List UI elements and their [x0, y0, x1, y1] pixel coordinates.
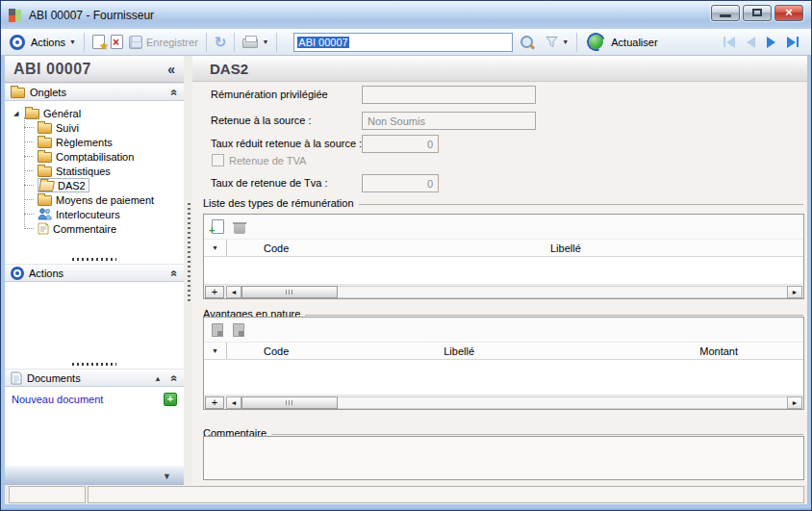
- nav-first-button[interactable]: [723, 36, 736, 49]
- grid-delete-row-button[interactable]: [234, 220, 245, 234]
- window-controls: ×: [711, 1, 803, 21]
- sidebar-item-general[interactable]: ◢ Général: [5, 106, 184, 120]
- minimize-button[interactable]: [711, 5, 740, 21]
- column-header-libelle[interactable]: Libellé: [436, 343, 699, 359]
- section-actions[interactable]: Actions «: [5, 264, 184, 282]
- column-header-montant[interactable]: Montant: [699, 343, 803, 359]
- sidebar-item-moyens-de-paiement[interactable]: Moyens de paiement: [5, 192, 184, 207]
- scrollbar-thumb[interactable]: [241, 286, 338, 298]
- collapse-up-icon[interactable]: «: [169, 374, 181, 381]
- add-row-icon: +: [212, 219, 224, 234]
- sidebar-splitter[interactable]: [184, 56, 192, 487]
- grid-add-row-button[interactable]: +: [212, 219, 224, 234]
- splitter-grip[interactable]: [5, 359, 184, 369]
- scrollbar-track[interactable]: [338, 396, 787, 409]
- remuneration-grid-toolbar: +: [204, 215, 803, 240]
- new-record-icon: ★: [92, 35, 105, 49]
- folder-icon: [38, 195, 52, 206]
- new-document-link[interactable]: Nouveau document: [12, 394, 103, 405]
- taux-reduit-field[interactable]: [362, 135, 439, 153]
- restore-button[interactable]: [743, 5, 772, 21]
- page-title: DAS2: [210, 61, 248, 77]
- folder-icon: [25, 109, 39, 119]
- column-header-code[interactable]: Code: [227, 343, 436, 359]
- search-button[interactable]: [513, 33, 543, 52]
- main-toolbar: Actions ▼ ★ × Enregistrer ↻ ▼ ABI 00007: [1, 29, 811, 56]
- section-documents-label: Documents: [27, 372, 81, 384]
- save-button[interactable]: Enregistrer: [126, 34, 201, 51]
- add-document-button[interactable]: +: [164, 393, 177, 406]
- grid-add-row-button[interactable]: [212, 323, 223, 337]
- sidebar-item-comptabilisation[interactable]: Comptabilisation: [5, 149, 184, 164]
- actions-menu-button[interactable]: Actions ▼: [28, 35, 79, 50]
- print-button[interactable]: ▼: [240, 34, 271, 50]
- column-header-libelle[interactable]: Libellé: [545, 240, 803, 256]
- actions-panel: [5, 282, 184, 359]
- scroll-right-button[interactable]: ►: [787, 396, 802, 409]
- sidebar-item-reglements[interactable]: Règlements: [5, 135, 184, 149]
- titlebar[interactable]: ABI 00007 - Fournisseur ×: [1, 1, 811, 29]
- retenue-tva-checkbox[interactable]: [212, 154, 224, 166]
- splitter-grip[interactable]: [5, 254, 184, 264]
- collapse-arrow-icon[interactable]: ▴: [156, 373, 161, 383]
- taux-tva-field[interactable]: [362, 174, 439, 192]
- sidebar-item-commentaire[interactable]: Commentaire: [5, 221, 184, 236]
- expand-node-icon[interactable]: ◢: [13, 110, 21, 116]
- row-selector-icon[interactable]: ▼: [204, 240, 227, 256]
- retenue-source-field[interactable]: [362, 112, 536, 130]
- page-header: DAS2: [192, 56, 807, 82]
- sidebar-collapse-icon[interactable]: «: [167, 62, 175, 77]
- sidebar-bottom-bar: ▼: [5, 466, 184, 487]
- folder-icon: [11, 88, 25, 98]
- new-record-button[interactable]: ★: [89, 33, 108, 51]
- scrollbar-thumb[interactable]: [241, 396, 338, 409]
- scroll-left-button[interactable]: ◄: [226, 286, 241, 298]
- grid-new-row-button[interactable]: +: [205, 396, 224, 409]
- trash-icon: [234, 222, 245, 234]
- toolbar-separator: [84, 33, 85, 52]
- record-icon: [10, 35, 25, 50]
- section-documents[interactable]: Documents ▴ «: [5, 369, 184, 387]
- reload-button[interactable]: ↻: [212, 33, 230, 51]
- row-selector-icon[interactable]: ▼: [204, 343, 227, 359]
- remuneration-grid-body[interactable]: [204, 257, 803, 284]
- sidebar-item-das2[interactable]: DAS2: [5, 178, 184, 192]
- filter-button[interactable]: ▼: [543, 34, 571, 50]
- sidebar-item-interlocuteurs[interactable]: Interlocuteurs: [5, 207, 184, 221]
- scroll-right-button[interactable]: ►: [787, 286, 802, 298]
- sidebar-item-suivi[interactable]: Suivi: [5, 120, 184, 135]
- search-input[interactable]: ABI 00007: [293, 33, 513, 52]
- document-icon: [11, 371, 22, 385]
- previous-record-icon: [747, 37, 755, 48]
- grid-new-row-button[interactable]: +: [205, 286, 224, 298]
- delete-record-button[interactable]: ×: [108, 33, 126, 51]
- toolbar-separator: [576, 33, 577, 52]
- collapse-up-icon[interactable]: «: [169, 269, 181, 276]
- add-row-disabled-icon: [212, 323, 223, 337]
- avantages-grid-body[interactable]: [204, 360, 803, 395]
- search-icon: [520, 35, 536, 50]
- sidebar-item-statistiques[interactable]: Statistiques: [5, 164, 184, 178]
- taux-reduit-label: Taux réduit retenue à la source :: [211, 138, 362, 149]
- nav-next-button[interactable]: [766, 36, 776, 49]
- target-icon: [11, 267, 24, 280]
- folder-icon: [38, 138, 52, 148]
- commentaire-field[interactable]: [203, 436, 804, 480]
- record-id: ABI 00007: [13, 61, 91, 78]
- remuneration-field[interactable]: [362, 86, 536, 104]
- panel-collapse-icon[interactable]: ▼: [163, 472, 171, 481]
- grid-delete-row-button[interactable]: [233, 323, 244, 337]
- avantages-grid-scrollbar: + ◄ ►: [204, 395, 803, 409]
- nav-last-button[interactable]: [786, 36, 799, 49]
- collapse-up-icon[interactable]: «: [169, 89, 181, 95]
- section-onglets[interactable]: Onglets «: [5, 83, 184, 101]
- refresh-button[interactable]: Actualiser: [582, 33, 660, 51]
- new-document-row: Nouveau document +: [5, 387, 184, 408]
- scrollbar-track[interactable]: [338, 286, 787, 298]
- filter-dropdown-arrow-icon: ▼: [562, 38, 569, 45]
- scroll-left-button[interactable]: ◄: [226, 396, 241, 409]
- remuneration-grid-header: ▼ Code Libellé: [204, 240, 803, 257]
- close-button[interactable]: ×: [774, 5, 803, 21]
- nav-previous-button[interactable]: [746, 36, 756, 49]
- column-header-code[interactable]: Code: [227, 240, 545, 256]
